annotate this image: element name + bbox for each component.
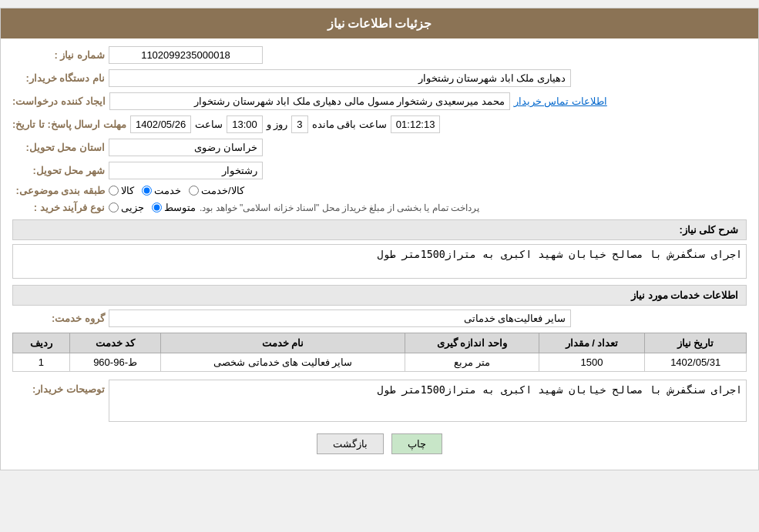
tabaqeBandi-group: کالا/خدمت خدمت کالا — [109, 185, 244, 196]
gohreKhidamat-value: سایر فعالیت‌های خدماتی — [109, 309, 571, 327]
cell-radif: 1 — [13, 353, 70, 372]
back-button[interactable]: بازگشت — [317, 433, 384, 454]
mohlat-label: مهلت ارسال پاسخ: تا تاریخ: — [12, 119, 126, 130]
cell-tarikh: 1402/05/31 — [645, 353, 747, 372]
mohlat-roz: 3 — [291, 115, 307, 133]
print-button[interactable]: چاپ — [391, 433, 442, 454]
mohlat-time-label: ساعت — [195, 119, 223, 130]
mohlat-roz-label: روز و — [267, 119, 288, 130]
shahr-value: رشتخوار — [109, 162, 263, 179]
shahr-label: شهر محل تحویل: — [12, 165, 105, 176]
cell-tedad: 1500 — [539, 353, 645, 372]
cell-vahed: متر مربع — [405, 353, 539, 372]
sharhKoli-value[interactable]: اجرای سنگفرش با مصالح خیابان شهید اکبری … — [12, 244, 747, 279]
khidamat-section-title: اطلاعات خدمات مورد نیاز — [12, 285, 747, 306]
col-tedad: تعداد / مقدار — [539, 333, 645, 353]
gohreKhidamat-label: گروه خدمت: — [12, 313, 105, 324]
namDastgah-value: دهیاری ملک اباد شهرستان رشتخوار — [109, 69, 571, 87]
col-nam: نام خدمت — [161, 333, 405, 353]
tabaqeBandi-label: طبقه بندی موضوعی: — [12, 185, 105, 196]
noveFarayand-group: متوسط جزیی — [109, 202, 196, 213]
shomareNiaz-value: 1102099235000018 — [109, 46, 263, 64]
ostan-value: خراسان رضوی — [109, 139, 263, 156]
noveFarayand-note: پرداخت تمام یا بخشی از مبلغ خریداز محل "… — [200, 202, 747, 213]
page-title: جزئیات اطلاعات نیاز — [1, 8, 758, 38]
toseif-value[interactable] — [109, 380, 747, 422]
toseif-label: توصیحات خریدار: — [12, 383, 105, 395]
namDastgah-label: نام دستگاه خریدار: — [12, 72, 105, 84]
col-tarikh: تاریخ نیاز — [645, 333, 747, 353]
farayand-jozii[interactable]: جزیی — [109, 202, 144, 213]
ostan-label: استان محل تحویل: — [12, 142, 105, 153]
table-row: 1402/05/31 1500 متر مربع سایر فعالیت های… — [13, 353, 747, 372]
mohlat-remaining: 01:12:13 — [391, 115, 441, 133]
col-vahed: واحد اندازه گیری — [405, 333, 539, 353]
ijadKonande-value: محمد میرسعیدی رشتخوار مسول مالی دهیاری م… — [109, 92, 510, 110]
contact-link[interactable]: اطلاعات تماس خریدار — [514, 95, 607, 107]
tabaqe-khidamat[interactable]: خدمت — [142, 185, 181, 196]
col-radif: ردیف — [13, 333, 70, 353]
col-kod: کد خدمت — [69, 333, 160, 353]
tabaqe-kala-khidamat[interactable]: کالا/خدمت — [189, 185, 244, 196]
mohlat-time: 13:00 — [227, 115, 263, 133]
sharhKoli-section-title: شرح کلی نیاز: — [12, 219, 747, 240]
ijadKonande-label: ایجاد کننده درخواست: — [12, 95, 106, 107]
cell-nam: سایر فعالیت های خدماتی شخصی — [161, 353, 405, 372]
mohlat-date: 1402/05/26 — [130, 115, 191, 133]
mohlat-remaining-label: ساعت باقی مانده — [312, 119, 387, 130]
services-table: تاریخ نیاز تعداد / مقدار واحد اندازه گیر… — [12, 333, 747, 372]
shomareNiaz-label: شماره نیاز : — [12, 49, 105, 61]
buttons-row: چاپ بازگشت — [12, 433, 747, 454]
noveFarayand-label: نوع فرآیند خرید : — [12, 202, 105, 213]
cell-kod: ط-96-960 — [69, 353, 160, 372]
tabaqe-kala[interactable]: کالا — [109, 185, 134, 196]
farayand-motavaset[interactable]: متوسط — [152, 202, 196, 213]
